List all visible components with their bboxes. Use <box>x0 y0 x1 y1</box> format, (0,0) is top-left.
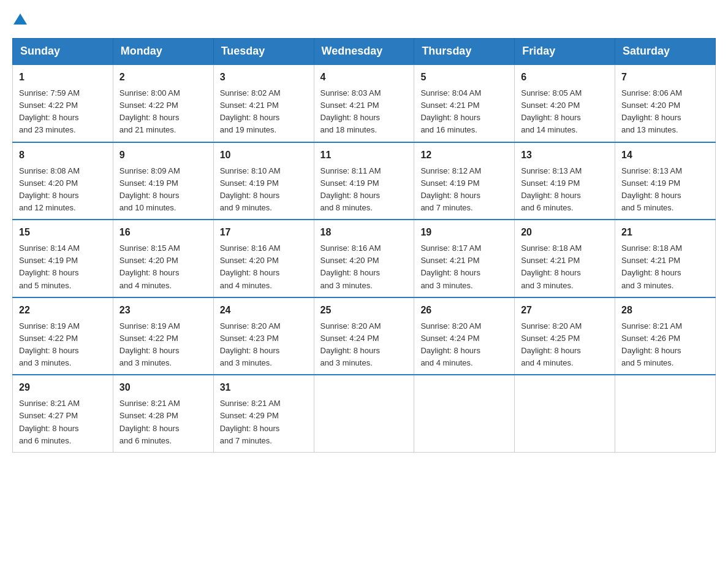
day-info: Sunrise: 8:21 AMSunset: 4:27 PMDaylight:… <box>19 397 107 447</box>
day-info: Sunrise: 8:12 AMSunset: 4:19 PMDaylight:… <box>420 165 508 215</box>
day-info: Sunrise: 8:08 AMSunset: 4:20 PMDaylight:… <box>19 165 107 215</box>
day-number: 11 <box>320 148 408 163</box>
day-cell-15: 15Sunrise: 8:14 AMSunset: 4:19 PMDayligh… <box>13 220 113 297</box>
day-number: 6 <box>521 70 609 85</box>
page-header <box>12 12 716 26</box>
day-number: 8 <box>19 148 107 163</box>
day-info: Sunrise: 8:16 AMSunset: 4:20 PMDaylight:… <box>220 242 308 292</box>
day-cell-13: 13Sunrise: 8:13 AMSunset: 4:19 PMDayligh… <box>515 142 615 220</box>
day-number: 26 <box>420 303 508 318</box>
day-cell-14: 14Sunrise: 8:13 AMSunset: 4:19 PMDayligh… <box>615 142 716 220</box>
weekday-header-tuesday: Tuesday <box>213 39 314 65</box>
day-cell-7: 7Sunrise: 8:06 AMSunset: 4:20 PMDaylight… <box>615 64 716 142</box>
day-cell-12: 12Sunrise: 8:12 AMSunset: 4:19 PMDayligh… <box>414 142 515 220</box>
day-cell-9: 9Sunrise: 8:09 AMSunset: 4:19 PMDaylight… <box>113 142 213 220</box>
day-number: 5 <box>420 70 508 85</box>
weekday-header-thursday: Thursday <box>414 39 515 65</box>
week-row-1: 1Sunrise: 7:59 AMSunset: 4:22 PMDaylight… <box>13 64 716 142</box>
day-number: 20 <box>521 225 609 240</box>
weekday-header-friday: Friday <box>515 39 615 65</box>
day-info: Sunrise: 8:20 AMSunset: 4:23 PMDaylight:… <box>220 320 308 370</box>
day-number: 27 <box>521 303 609 318</box>
day-number: 1 <box>19 70 107 85</box>
day-cell-1: 1Sunrise: 7:59 AMSunset: 4:22 PMDaylight… <box>13 64 113 142</box>
day-info: Sunrise: 8:14 AMSunset: 4:19 PMDaylight:… <box>19 242 107 292</box>
day-cell-4: 4Sunrise: 8:03 AMSunset: 4:21 PMDaylight… <box>314 64 414 142</box>
svg-marker-0 <box>13 13 27 25</box>
day-info: Sunrise: 8:03 AMSunset: 4:21 PMDaylight:… <box>320 87 408 137</box>
day-info: Sunrise: 8:20 AMSunset: 4:25 PMDaylight:… <box>521 320 609 370</box>
day-info: Sunrise: 8:18 AMSunset: 4:21 PMDaylight:… <box>621 242 709 292</box>
day-info: Sunrise: 8:05 AMSunset: 4:20 PMDaylight:… <box>521 87 609 137</box>
day-number: 7 <box>621 70 709 85</box>
day-cell-10: 10Sunrise: 8:10 AMSunset: 4:19 PMDayligh… <box>213 142 314 220</box>
calendar-table: SundayMondayTuesdayWednesdayThursdayFrid… <box>12 38 716 453</box>
day-number: 24 <box>220 303 308 318</box>
weekday-header-wednesday: Wednesday <box>314 39 414 65</box>
day-cell-19: 19Sunrise: 8:17 AMSunset: 4:21 PMDayligh… <box>414 220 515 297</box>
week-row-3: 15Sunrise: 8:14 AMSunset: 4:19 PMDayligh… <box>13 220 716 297</box>
day-info: Sunrise: 8:20 AMSunset: 4:24 PMDaylight:… <box>420 320 508 370</box>
logo-triangle-icon <box>13 12 27 26</box>
day-number: 18 <box>320 225 408 240</box>
week-row-2: 8Sunrise: 8:08 AMSunset: 4:20 PMDaylight… <box>13 142 716 220</box>
day-info: Sunrise: 8:02 AMSunset: 4:21 PMDaylight:… <box>220 87 308 137</box>
day-cell-31: 31Sunrise: 8:21 AMSunset: 4:29 PMDayligh… <box>213 375 314 452</box>
day-info: Sunrise: 8:09 AMSunset: 4:19 PMDaylight:… <box>119 165 207 215</box>
day-info: Sunrise: 8:16 AMSunset: 4:20 PMDaylight:… <box>320 242 408 292</box>
day-info: Sunrise: 8:20 AMSunset: 4:24 PMDaylight:… <box>320 320 408 370</box>
day-info: Sunrise: 7:59 AMSunset: 4:22 PMDaylight:… <box>19 87 107 137</box>
empty-cell <box>515 375 615 452</box>
day-number: 9 <box>119 148 207 163</box>
day-number: 4 <box>320 70 408 85</box>
day-number: 21 <box>621 225 709 240</box>
empty-cell <box>615 375 716 452</box>
weekday-header-saturday: Saturday <box>615 39 716 65</box>
weekday-header-sunday: Sunday <box>13 39 113 65</box>
day-cell-29: 29Sunrise: 8:21 AMSunset: 4:27 PMDayligh… <box>13 375 113 452</box>
day-cell-26: 26Sunrise: 8:20 AMSunset: 4:24 PMDayligh… <box>414 297 515 375</box>
day-cell-25: 25Sunrise: 8:20 AMSunset: 4:24 PMDayligh… <box>314 297 414 375</box>
day-info: Sunrise: 8:00 AMSunset: 4:22 PMDaylight:… <box>119 87 207 137</box>
day-info: Sunrise: 8:11 AMSunset: 4:19 PMDaylight:… <box>320 165 408 215</box>
day-info: Sunrise: 8:17 AMSunset: 4:21 PMDaylight:… <box>420 242 508 292</box>
day-number: 14 <box>621 148 709 163</box>
day-info: Sunrise: 8:21 AMSunset: 4:28 PMDaylight:… <box>119 397 207 447</box>
day-cell-20: 20Sunrise: 8:18 AMSunset: 4:21 PMDayligh… <box>515 220 615 297</box>
day-cell-27: 27Sunrise: 8:20 AMSunset: 4:25 PMDayligh… <box>515 297 615 375</box>
day-cell-8: 8Sunrise: 8:08 AMSunset: 4:20 PMDaylight… <box>13 142 113 220</box>
day-number: 13 <box>521 148 609 163</box>
day-cell-17: 17Sunrise: 8:16 AMSunset: 4:20 PMDayligh… <box>213 220 314 297</box>
day-cell-11: 11Sunrise: 8:11 AMSunset: 4:19 PMDayligh… <box>314 142 414 220</box>
day-cell-23: 23Sunrise: 8:19 AMSunset: 4:22 PMDayligh… <box>113 297 213 375</box>
day-number: 3 <box>220 70 308 85</box>
day-info: Sunrise: 8:18 AMSunset: 4:21 PMDaylight:… <box>521 242 609 292</box>
weekday-header-monday: Monday <box>113 39 213 65</box>
day-number: 2 <box>119 70 207 85</box>
day-info: Sunrise: 8:04 AMSunset: 4:21 PMDaylight:… <box>420 87 508 137</box>
day-number: 28 <box>621 303 709 318</box>
day-number: 31 <box>220 380 308 395</box>
logo <box>12 12 27 26</box>
day-info: Sunrise: 8:13 AMSunset: 4:19 PMDaylight:… <box>521 165 609 215</box>
day-cell-21: 21Sunrise: 8:18 AMSunset: 4:21 PMDayligh… <box>615 220 716 297</box>
day-number: 29 <box>19 380 107 395</box>
day-number: 22 <box>19 303 107 318</box>
empty-cell <box>414 375 515 452</box>
day-cell-28: 28Sunrise: 8:21 AMSunset: 4:26 PMDayligh… <box>615 297 716 375</box>
day-cell-3: 3Sunrise: 8:02 AMSunset: 4:21 PMDaylight… <box>213 64 314 142</box>
day-number: 10 <box>220 148 308 163</box>
week-row-4: 22Sunrise: 8:19 AMSunset: 4:22 PMDayligh… <box>13 297 716 375</box>
day-cell-24: 24Sunrise: 8:20 AMSunset: 4:23 PMDayligh… <box>213 297 314 375</box>
day-cell-6: 6Sunrise: 8:05 AMSunset: 4:20 PMDaylight… <box>515 64 615 142</box>
day-number: 23 <box>119 303 207 318</box>
day-cell-5: 5Sunrise: 8:04 AMSunset: 4:21 PMDaylight… <box>414 64 515 142</box>
day-number: 30 <box>119 380 207 395</box>
day-cell-30: 30Sunrise: 8:21 AMSunset: 4:28 PMDayligh… <box>113 375 213 452</box>
day-number: 12 <box>420 148 508 163</box>
day-number: 19 <box>420 225 508 240</box>
day-number: 25 <box>320 303 408 318</box>
empty-cell <box>314 375 414 452</box>
day-number: 17 <box>220 225 308 240</box>
weekday-header-row: SundayMondayTuesdayWednesdayThursdayFrid… <box>13 39 716 65</box>
